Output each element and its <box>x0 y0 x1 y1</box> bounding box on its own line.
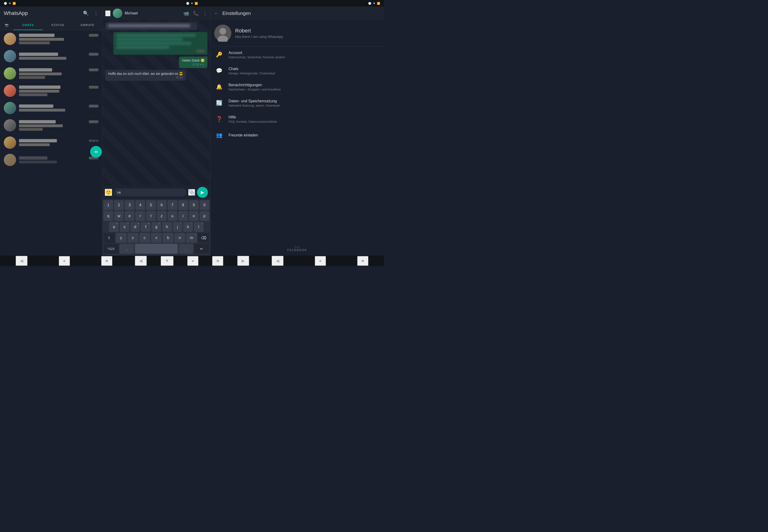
chat-list: 29.05.19 ✉ <box>0 30 102 256</box>
key-t[interactable]: t <box>146 211 156 221</box>
chat-name <box>19 68 52 72</box>
key-n[interactable]: n! <box>174 233 185 243</box>
nav-home-button-right[interactable]: ● <box>315 256 326 266</box>
chat-item[interactable] <box>0 82 102 99</box>
delete-key[interactable]: ⌫ <box>198 233 209 243</box>
tab-camera[interactable]: 📷 <box>0 20 13 30</box>
chat-item[interactable] <box>0 117 102 134</box>
key-z[interactable]: z <box>157 211 167 221</box>
chat-item[interactable] <box>0 65 102 82</box>
more-button[interactable]: ⋮ <box>94 10 98 16</box>
chat-info <box>19 86 98 96</box>
nav-section-right: ◀ ● ■ <box>256 256 384 266</box>
nav-home-button[interactable]: ● <box>59 256 70 266</box>
key-0[interactable]: 0 <box>199 200 209 210</box>
key-y[interactable]: y* <box>116 233 127 243</box>
settings-item-title: Benachrichtigungen <box>228 83 380 87</box>
key-c[interactable]: c' <box>139 233 150 243</box>
key-l[interactable]: l) <box>194 222 204 232</box>
key-r[interactable]: r <box>135 211 145 221</box>
key-b[interactable]: b; <box>163 233 173 243</box>
emoji-button[interactable]: 🙂 <box>105 189 112 196</box>
key-w[interactable]: w <box>114 211 124 221</box>
chat-item[interactable] <box>0 99 102 117</box>
footer-from: from <box>214 246 380 248</box>
chat-preview2 <box>19 128 43 131</box>
settings-profile[interactable]: Robert Hey there! I am using WhatsApp. <box>210 20 384 47</box>
settings-item-data[interactable]: 🔄 Daten- und Speichernutzung Netzwerk-Nu… <box>210 95 384 111</box>
video-call-button[interactable]: 📹 <box>183 10 189 16</box>
key-4[interactable]: 4 <box>135 200 145 210</box>
search-button[interactable]: 🔍 <box>83 10 89 16</box>
period-key[interactable]: . <box>179 244 193 254</box>
nav-recents-button-mid[interactable]: ■ <box>212 256 223 266</box>
tab-chats[interactable]: CHATS <box>13 20 43 30</box>
send-button[interactable]: ▶ <box>197 187 208 198</box>
compose-button[interactable]: ✉ <box>90 146 102 158</box>
nav-recents-button[interactable]: ■ <box>101 256 112 266</box>
key-j[interactable]: j+ <box>173 222 182 232</box>
tab-status[interactable]: STATUS <box>43 20 73 30</box>
key-7[interactable]: 7 <box>168 200 177 210</box>
key-a[interactable]: a@ <box>109 222 119 232</box>
space-key[interactable] <box>135 244 178 254</box>
chat-item[interactable] <box>0 151 102 169</box>
nav-back-button-mid[interactable]: ◀ <box>135 256 147 266</box>
chat-preview <box>19 124 63 127</box>
nav-down-button[interactable]: ▼ <box>161 256 173 266</box>
key-1[interactable]: 1 <box>103 200 113 210</box>
settings-item-text: Chats Design, Hintergründe, Chatverlauf <box>228 67 380 75</box>
key-3[interactable]: 3 <box>125 200 134 210</box>
send-icon: ▶ <box>201 190 204 195</box>
settings-item-help[interactable]: ❓ Hilfe FAQ, Kontakt, Datenschutzrichtli… <box>210 111 384 127</box>
nav-back-button[interactable]: ◀ <box>16 256 27 266</box>
key-e[interactable]: e <box>125 211 134 221</box>
key-s[interactable]: s# <box>120 222 129 232</box>
settings-item-notifications[interactable]: 🔔 Benachrichtigungen Nachrichten-, Grupp… <box>210 79 384 95</box>
chat-item[interactable]: 29.05.19 ✉ <box>0 134 102 151</box>
nav-forward-button[interactable]: ▶ <box>237 256 249 266</box>
attach-button[interactable]: 📎 <box>188 189 195 196</box>
key-6[interactable]: 6 <box>157 200 167 210</box>
back-button[interactable]: ← <box>105 10 110 16</box>
settings-back-button[interactable]: ← <box>214 11 218 16</box>
key-q[interactable]: q <box>103 211 113 221</box>
key-i[interactable]: i <box>178 211 188 221</box>
nav-recents-button-right[interactable]: ■ <box>357 256 368 266</box>
settings-item-text: Hilfe FAQ, Kontakt, Datenschutzrichtlini… <box>228 115 380 123</box>
more-chat-button[interactable]: ⋮ <box>203 10 207 16</box>
key-k[interactable]: k( <box>183 222 193 232</box>
chat-item[interactable] <box>0 48 102 65</box>
chat-item[interactable] <box>0 30 102 48</box>
key-8[interactable]: 8 <box>178 200 188 210</box>
key-m[interactable]: m? <box>186 233 197 243</box>
key-o[interactable]: o <box>189 211 199 221</box>
chat-name <box>19 86 60 89</box>
nav-back-button-right[interactable]: ◀ <box>272 256 283 266</box>
settings-item-text: Daten- und Speichernutzung Netzwerk-Nutz… <box>228 99 380 107</box>
key-f[interactable]: f% <box>141 222 150 232</box>
settings-item-title: Freunde einladen <box>228 133 380 137</box>
key-d[interactable]: d$ <box>130 222 140 232</box>
key-v[interactable]: v: <box>151 233 162 243</box>
key-u[interactable]: u <box>168 211 177 221</box>
enter-key[interactable]: ↵ <box>194 244 209 254</box>
tab-calls[interactable]: ANRUFE <box>73 20 102 30</box>
key-5[interactable]: 5 <box>146 200 156 210</box>
key-9[interactable]: 9 <box>189 200 199 210</box>
key-x[interactable]: x" <box>127 233 138 243</box>
voice-call-button[interactable]: 📞 <box>193 10 199 16</box>
shift-key[interactable]: ⇧ <box>103 233 115 243</box>
key-p[interactable]: p <box>199 211 209 221</box>
key-2[interactable]: 2 <box>114 200 124 210</box>
key-h[interactable]: h <box>162 222 172 232</box>
wifi-icon-right: ▼ <box>373 2 375 5</box>
settings-item-invite[interactable]: 👥 Freunde einladen <box>210 127 384 143</box>
nav-home-button-mid[interactable]: ● <box>187 256 198 266</box>
message-input[interactable] <box>114 189 186 196</box>
key-g[interactable]: g& <box>151 222 161 232</box>
comma-key[interactable]: , <box>119 244 134 254</box>
symbols-key[interactable]: ?123 <box>103 244 118 254</box>
settings-item-account[interactable]: 🔑 Account Datenschutz, Sicherheit, Numme… <box>210 47 384 63</box>
settings-item-chats[interactable]: 💬 Chats Design, Hintergründe, Chatverlau… <box>210 63 384 79</box>
